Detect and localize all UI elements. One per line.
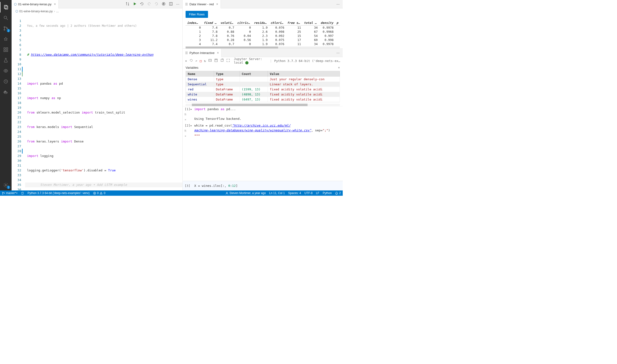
close-icon[interactable]: × [54, 2, 56, 6]
svg-line-3 [7, 19, 8, 20]
table-row[interactable]: 27.80.760.042.30.09215540.997 [186, 34, 340, 38]
tab-python-interactive[interactable]: ☰ Python Interactive × [183, 49, 221, 57]
column-header[interactable]: density [319, 20, 335, 26]
explorer-icon[interactable] [0, 2, 12, 13]
breadcrumb-more: ... [56, 9, 59, 13]
cell-delete-icon[interactable]: × [185, 117, 186, 122]
settings-gear-icon[interactable]: 1 [0, 180, 12, 190]
tab-file[interactable]: ⬡ 01-wine-binary-keras.py × [12, 0, 59, 8]
split-editor-icon[interactable] [169, 2, 173, 7]
cell-body: white = pd.read_csv("http://archive.ics.… [194, 123, 341, 139]
variable-row[interactable]: winesDataFrame(6497, 13)fixed acidity vo… [186, 97, 340, 102]
kernel-label[interactable]: Python 3.7.3 64-bit ('deep-nets-examples… [274, 59, 340, 63]
horizontal-scrollbar[interactable] [186, 104, 340, 106]
language-mode[interactable]: Python [323, 191, 332, 195]
variable-row[interactable]: redDataFrame(1599, 13)fixed acidity vola… [186, 87, 340, 92]
sync-icon[interactable] [21, 192, 24, 195]
cell-delete-icon[interactable]: × [185, 134, 186, 139]
table-row[interactable]: 47.40.701.90.07611340.9978 [186, 42, 340, 46]
column-header[interactable]: Count [240, 71, 268, 77]
svg-rect-29 [215, 59, 217, 62]
column-header[interactable]: chlorid… [269, 20, 286, 26]
restart-icon[interactable]: ↻ [204, 59, 206, 63]
cell-prompt[interactable]: [2]▸ [185, 123, 192, 128]
variable-row[interactable]: SequentialtypeLinear stack of layers. [186, 82, 340, 87]
code-editor[interactable]: 12345 678910 1112131415 1617181920 21222… [12, 14, 182, 190]
variable-row[interactable]: whiteDataFrame(4898, 13)fixed acidity vo… [186, 92, 340, 97]
column-header[interactable]: p [335, 20, 340, 26]
history-icon[interactable] [0, 76, 12, 87]
goto-icon[interactable] [189, 59, 193, 63]
more-icon[interactable]: ⋯ [336, 2, 340, 6]
column-header[interactable]: Type [214, 71, 240, 77]
close-variables-icon[interactable]: × [338, 66, 340, 69]
variables-table[interactable]: NameTypeCountValue DensetypeJust your re… [186, 71, 340, 102]
cell-copy-icon[interactable]: ⎘ [185, 129, 186, 133]
column-header[interactable]: Value [268, 71, 340, 77]
column-header[interactable]: volatil… [219, 20, 236, 26]
run-cell-icon[interactable] [162, 2, 166, 7]
table-row[interactable]: 17.80.8802.60.09825670.9968 [186, 30, 340, 34]
beaker-icon[interactable] [0, 55, 12, 65]
notifications[interactable]: 2 [335, 191, 341, 195]
docker-icon[interactable] [0, 87, 12, 97]
gitlens-icon[interactable] [0, 65, 12, 76]
python-file-icon: ⬡ [15, 9, 18, 13]
debug-icon[interactable] [0, 34, 12, 44]
redo-icon[interactable] [154, 2, 158, 7]
data-table[interactable]: index ▲fixed a…volatil…citric …residua…c… [186, 20, 340, 46]
svg-point-23 [5, 184, 7, 186]
run-icon[interactable] [133, 2, 137, 7]
table-row[interactable]: 07.40.701.90.07611340.9978 [186, 26, 340, 30]
variable-row[interactable]: DensetypeJust your regular densely-con [186, 77, 340, 82]
tab-data-viewer[interactable]: ☰ Data Viewer - red × [183, 0, 221, 8]
column-header[interactable]: fixed a… [202, 20, 219, 26]
problems[interactable]: 0 0 [93, 191, 105, 195]
column-header[interactable]: free su… [286, 20, 302, 26]
breadcrumb[interactable]: ⬡ 01-wine-binary-keras.py › ... [12, 8, 182, 14]
source-control-icon[interactable]: 2 [0, 23, 12, 34]
svg-point-5 [4, 29, 5, 30]
search-icon[interactable] [0, 13, 12, 23]
extensions-icon[interactable] [0, 44, 12, 55]
blame-status[interactable]: Steven Mortimer, a year ago [225, 191, 266, 195]
input-cell[interactable]: [3] X = wines.iloc[:, 0:12] [183, 181, 343, 190]
column-header[interactable]: citric … [236, 20, 252, 26]
stop-icon[interactable]: □ [200, 59, 202, 63]
filter-rows-button[interactable]: Filter Rows [186, 11, 208, 18]
table-row[interactable]: 311.20.280.561.90.07517600.998 [186, 38, 340, 42]
svg-rect-16 [6, 48, 8, 49]
close-icon[interactable]: × [217, 51, 219, 55]
expand-icon[interactable] [226, 59, 230, 63]
python-interpreter[interactable]: Python 3.7.3 64-bit ('deep-nets-examples… [27, 191, 90, 195]
compare-icon[interactable] [126, 2, 129, 7]
code-body[interactable]: You, a few seconds ago | 2 authors (Stev… [25, 14, 182, 190]
column-header[interactable]: residua… [252, 20, 269, 26]
eol[interactable]: LF [316, 191, 319, 195]
git-branch[interactable]: master*+ [2, 191, 18, 195]
indentation[interactable]: Spaces: 4 [288, 191, 301, 195]
cursor-position[interactable]: Ln 11, Col 1 [269, 191, 285, 195]
code-lens[interactable]: You, a few seconds ago | 2 authors (Stev… [25, 23, 182, 28]
revert-icon[interactable] [140, 2, 144, 7]
cell-prompt[interactable]: [1]▸ [185, 107, 192, 112]
column-header[interactable]: Name [186, 71, 214, 77]
column-header[interactable]: index ▲ [186, 20, 202, 26]
cell-copy-icon[interactable]: ⎘ [185, 112, 186, 117]
undo-icon[interactable]: ↶ [195, 59, 197, 63]
clear-icon[interactable]: × [185, 59, 187, 63]
svg-rect-13 [4, 48, 5, 49]
jupyter-server-label[interactable]: Jupyter Server: local ⬤ [234, 57, 268, 64]
undo-icon[interactable] [147, 2, 151, 7]
save-icon[interactable] [214, 59, 218, 63]
preview-icon: ☰ [185, 51, 188, 55]
more-icon[interactable]: ⋯ [336, 51, 340, 55]
column-header[interactable]: total s… [302, 20, 319, 26]
more-icon[interactable]: ⋯ [176, 2, 180, 6]
export-icon[interactable] [220, 59, 224, 63]
encoding[interactable]: UTF-8 [304, 191, 313, 195]
variables-title: Variables [186, 66, 198, 69]
horizontal-scrollbar[interactable] [186, 47, 340, 49]
variables-icon[interactable] [208, 59, 212, 63]
close-icon[interactable]: × [216, 2, 218, 6]
